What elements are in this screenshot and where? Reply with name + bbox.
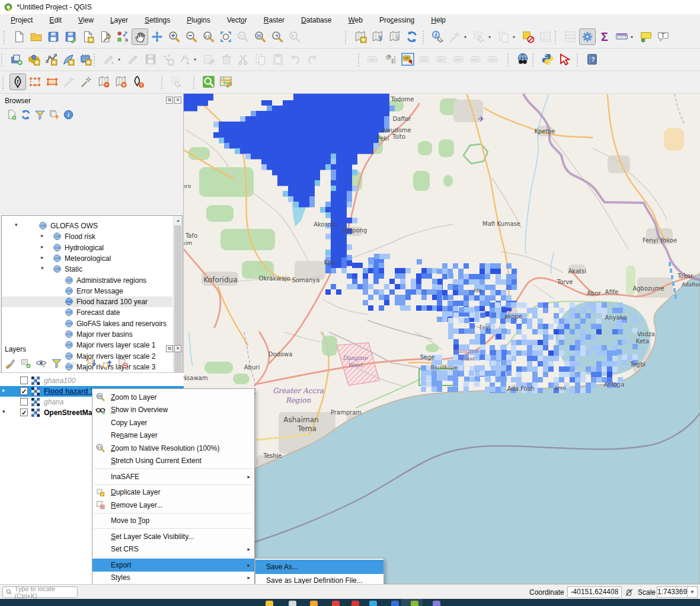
layers-filter-legend-icon[interactable] bbox=[50, 356, 63, 369]
zoom-last-icon[interactable] bbox=[269, 28, 286, 45]
layers-close-button[interactable]: ✕ bbox=[174, 345, 181, 352]
layers-expand-all-icon[interactable] bbox=[85, 356, 98, 369]
data-source-manager-icon[interactable] bbox=[8, 51, 25, 68]
dropdown-arrow-icon[interactable]: ▾ bbox=[631, 34, 633, 40]
context-menu-item-zoom-to-native-resolution-100-[interactable]: 1:1Zoom to Native Resolution (100%) bbox=[92, 442, 254, 455]
menu-plugins[interactable]: Plugins bbox=[178, 15, 218, 25]
diagram-icon[interactable] bbox=[382, 51, 399, 68]
zoom-full-icon[interactable] bbox=[218, 28, 234, 45]
browser-item-error-message[interactable]: Error Message bbox=[2, 286, 172, 296]
zoom-out-icon[interactable] bbox=[183, 28, 200, 45]
layers-remove-layer-icon[interactable] bbox=[116, 356, 129, 369]
browser-item-flood-hazard-100-year[interactable]: Flood hazard 100 year bbox=[2, 296, 172, 307]
menu-settings[interactable]: Settings bbox=[136, 15, 178, 25]
metasearch-icon[interactable] bbox=[514, 51, 531, 68]
context-menu-item-rename-layer[interactable]: Rename Layer bbox=[92, 429, 254, 442]
zoom-in-icon[interactable] bbox=[166, 28, 183, 45]
paste-icon[interactable] bbox=[270, 51, 286, 68]
menu-vector[interactable]: Vector bbox=[219, 15, 255, 25]
label-properties-icon[interactable]: abc bbox=[485, 51, 502, 68]
modify-attributes-icon[interactable] bbox=[201, 51, 218, 68]
rectangle-select-icon[interactable] bbox=[168, 74, 185, 90]
save-as-icon[interactable] bbox=[62, 28, 79, 45]
browser-close-button[interactable]: ✕ bbox=[174, 97, 181, 104]
zoom-to-selection-icon[interactable] bbox=[235, 28, 251, 45]
current-edits-icon[interactable] bbox=[101, 51, 117, 68]
context-menu-item-export[interactable]: Export▸ bbox=[92, 559, 254, 572]
extent-to-layer-icon[interactable] bbox=[44, 74, 60, 90]
menu-help[interactable]: Help bbox=[423, 15, 454, 25]
menu-database[interactable]: Database bbox=[293, 15, 340, 25]
new-map-view-icon[interactable] bbox=[352, 28, 369, 45]
field-calculator-icon[interactable] bbox=[562, 28, 578, 45]
inasafe-help-icon[interactable]: ? bbox=[130, 74, 146, 90]
vertex-tool-icon[interactable] bbox=[177, 51, 193, 68]
browser-item-glofas-ows[interactable]: ▾GLOFAS OWS bbox=[2, 221, 172, 231]
context-menu-item-styles[interactable]: Styles▸ bbox=[92, 572, 254, 585]
map-canvas[interactable]: TodomeDafforAwudomeTsitoPekiKpetoeMafi K… bbox=[184, 94, 700, 584]
expander-icon[interactable]: ▸ bbox=[41, 244, 44, 250]
layer-row-ghana100[interactable]: ghana100 bbox=[0, 375, 184, 386]
expander-icon[interactable]: ▾ bbox=[15, 222, 18, 228]
run-wizard-disabled-icon[interactable] bbox=[61, 74, 78, 90]
text-annotation-icon[interactable]: T bbox=[655, 28, 672, 45]
delete-selected-icon[interactable] bbox=[218, 51, 235, 68]
undo-icon[interactable] bbox=[287, 51, 303, 68]
nominatim-search-icon[interactable] bbox=[200, 74, 217, 90]
menu-layer[interactable]: Layer bbox=[102, 15, 136, 25]
label-rotate-icon[interactable]: abc bbox=[468, 51, 485, 68]
new-shapefile-icon[interactable] bbox=[43, 51, 59, 68]
label-pin-icon[interactable]: abc bbox=[417, 51, 433, 68]
dropdown-arrow-icon[interactable]: ▾ bbox=[194, 57, 196, 62]
expander-icon[interactable]: ▸ bbox=[2, 387, 5, 393]
taskbar-app-icon[interactable] bbox=[433, 601, 440, 606]
deselect-all-icon[interactable] bbox=[520, 28, 536, 45]
layer-visibility-checkbox[interactable]: ✓ bbox=[20, 409, 28, 416]
menu-web[interactable]: Web bbox=[340, 15, 370, 25]
expander-icon[interactable]: ▾ bbox=[2, 409, 5, 414]
mouse-extent-icon[interactable] bbox=[625, 588, 634, 597]
new-3d-map-view-icon[interactable] bbox=[369, 28, 386, 45]
taskbar-app-icon[interactable] bbox=[266, 601, 273, 606]
context-menu-item-duplicate-layer[interactable]: Duplicate Layer bbox=[92, 486, 254, 499]
browser-add-layer-icon[interactable] bbox=[5, 108, 18, 121]
new-print-layout-icon[interactable] bbox=[79, 28, 96, 45]
inasafe-icon[interactable] bbox=[9, 74, 26, 90]
scale-combobox[interactable]: 1:743369 bbox=[657, 586, 688, 598]
taskbar-app-icon[interactable] bbox=[310, 601, 318, 606]
help-icon[interactable]: ? bbox=[584, 51, 600, 68]
new-project-icon[interactable] bbox=[11, 28, 27, 45]
menu-view[interactable]: View bbox=[70, 15, 102, 25]
expander-icon[interactable]: ▸ bbox=[41, 232, 44, 238]
expander-icon[interactable]: ▸ bbox=[41, 254, 44, 260]
pan-map-icon[interactable] bbox=[132, 28, 148, 45]
context-menu-item-set-layer-scale-visibility-[interactable]: Set Layer Scale Visibility... bbox=[92, 530, 254, 543]
context-menu-item-stretch-using-current-extent[interactable]: Stretch Using Current Extent bbox=[92, 455, 254, 468]
dropdown-arrow-icon[interactable]: ▾ bbox=[118, 57, 120, 62]
layers-filter-expression-icon[interactable]: ε bbox=[65, 356, 78, 369]
taskbar-app-icon[interactable] bbox=[391, 601, 399, 606]
osm-place-search-icon[interactable] bbox=[557, 51, 573, 68]
zoom-to-layer-icon[interactable] bbox=[252, 28, 269, 45]
deselect-icon[interactable] bbox=[496, 28, 512, 45]
taskbar-app-icon[interactable] bbox=[332, 601, 340, 606]
dropdown-arrow-icon[interactable]: ▾ bbox=[488, 34, 491, 40]
layer-labeling-icon[interactable]: ab bbox=[399, 51, 416, 68]
dropdown-arrow-icon[interactable]: ▾ bbox=[513, 34, 515, 40]
python-console-icon[interactable] bbox=[539, 51, 556, 68]
layer-visibility-checkbox[interactable]: ✓ bbox=[20, 387, 28, 395]
context-menu-item-show-in-overview[interactable]: Show in Overview bbox=[92, 404, 254, 417]
browser-item-hydrological[interactable]: ▸Hydrological bbox=[2, 243, 172, 253]
taskbar-app-icon[interactable] bbox=[289, 601, 296, 606]
quickmap-services-icon[interactable] bbox=[218, 74, 234, 90]
browser-properties-icon[interactable]: i bbox=[62, 108, 75, 121]
copy-icon[interactable] bbox=[252, 51, 269, 68]
identify-features-icon[interactable]: i bbox=[430, 28, 446, 45]
browser-item-major-river-basins[interactable]: Major river basins bbox=[2, 329, 172, 340]
new-geopackage-icon[interactable] bbox=[25, 51, 42, 68]
taskbar-app-icon[interactable] bbox=[369, 601, 377, 606]
taskbar-app-icon[interactable] bbox=[411, 601, 418, 606]
open-project-icon[interactable] bbox=[28, 28, 44, 45]
save-project-icon[interactable] bbox=[45, 28, 62, 45]
new-view-icon[interactable] bbox=[386, 28, 403, 45]
